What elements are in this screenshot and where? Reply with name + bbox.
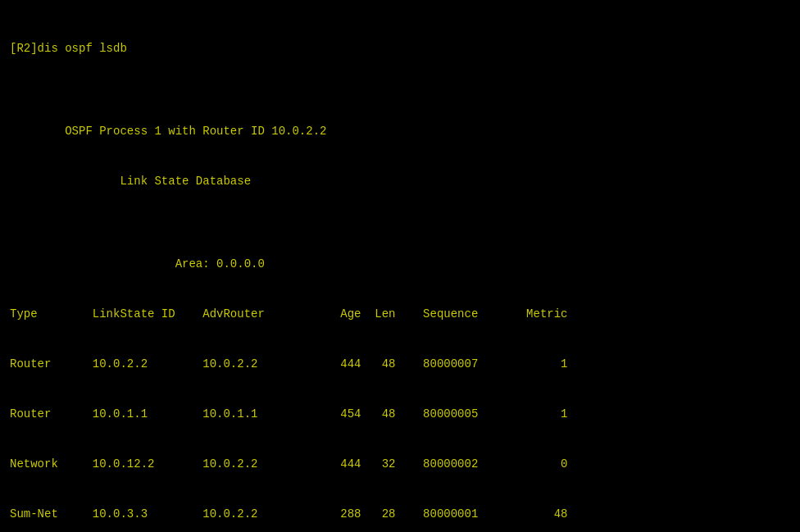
area1-row-3: Sum-Net 10.0.3.3 10.0.2.2 288 28 8000000…: [10, 506, 790, 522]
area1-row-2: Network 10.0.12.2 10.0.2.2 444 32 800000…: [10, 456, 790, 472]
area1-label: Area: 0.0.0.0: [10, 256, 790, 272]
area1-row-0: Router 10.0.2.2 10.0.2.2 444 48 80000007…: [10, 356, 790, 372]
command-line: [R2]dis ospf lsdb: [10, 40, 790, 57]
area1-col-header: Type LinkState ID AdvRouter Age Len Sequ…: [10, 306, 790, 322]
terminal-output: [R2]dis ospf lsdb OSPF Process 1 with Ro…: [10, 7, 790, 532]
ospf-header1: OSPF Process 1 with Router ID 10.0.2.2: [10, 123, 790, 139]
area1-row-1: Router 10.0.1.1 10.0.1.1 454 48 80000005…: [10, 406, 790, 422]
ospf-header2: Link State Database: [10, 173, 790, 189]
